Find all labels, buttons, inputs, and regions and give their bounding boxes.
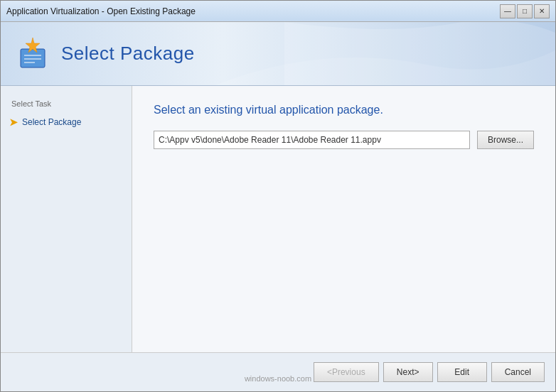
edit-button[interactable]: Edit <box>437 362 487 382</box>
sidebar-arrow-icon: ➤ <box>9 116 18 128</box>
sidebar-item-label: Select Package <box>22 117 81 127</box>
close-button[interactable]: ✕ <box>534 4 550 18</box>
file-path-input[interactable] <box>154 131 470 149</box>
window-controls: — □ ✕ <box>500 4 550 18</box>
svg-rect-0 <box>21 49 45 67</box>
sidebar-section-title: Select Task <box>1 97 132 111</box>
content-heading: Select an existing virtual application p… <box>154 104 534 116</box>
previous-button[interactable]: <Previous <box>314 362 379 382</box>
watermark: windows-noob.com <box>245 374 311 383</box>
sidebar: Select Task ➤ Select Package <box>1 86 132 352</box>
title-bar: Application Virtualization - Open Existi… <box>1 1 555 22</box>
cancel-button[interactable]: Cancel <box>491 362 545 382</box>
content-panel: Select an existing virtual application p… <box>132 86 555 352</box>
window-title: Application Virtualization - Open Existi… <box>6 6 196 16</box>
maximize-button[interactable]: □ <box>517 4 533 18</box>
footer: windows-noob.com <Previous Next> Edit Ca… <box>1 352 555 391</box>
next-button[interactable]: Next> <box>383 362 433 382</box>
browse-button[interactable]: Browse... <box>477 131 534 149</box>
footer-buttons: <Previous Next> Edit Cancel <box>314 362 545 382</box>
main-window: Application Virtualization - Open Existi… <box>0 0 556 392</box>
app-icon <box>15 36 50 72</box>
wizard-title: Select Package <box>61 43 195 65</box>
main-content-area: Select Task ➤ Select Package Select an e… <box>1 86 555 352</box>
file-row: Browse... <box>154 131 534 149</box>
sidebar-item-select-package[interactable]: ➤ Select Package <box>1 114 132 131</box>
minimize-button[interactable]: — <box>500 4 515 18</box>
wizard-header: Select Package <box>1 22 555 86</box>
